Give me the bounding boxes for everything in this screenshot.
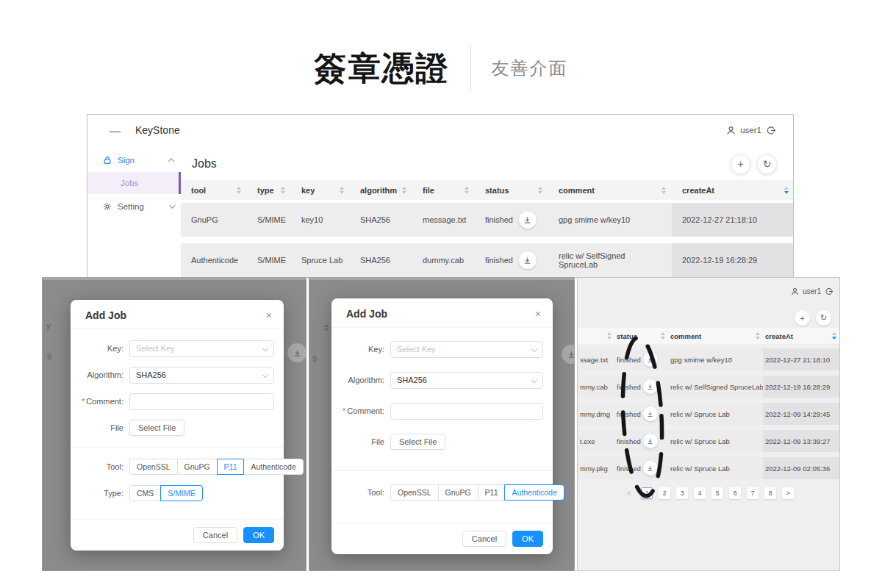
clipped-row-fragment: 9 [47, 352, 51, 361]
modal-footer: Cancel OK [331, 523, 553, 554]
tool-segmented-control: OpenSSL GnuPG P11 Authenticode [390, 484, 564, 501]
key-label: Key: [71, 344, 123, 353]
tool-option-openssl[interactable]: OpenSSL [390, 484, 439, 501]
jobs-content-header: Jobs + ↻ [181, 153, 794, 175]
key-select[interactable] [129, 340, 274, 357]
download-icon [523, 216, 531, 224]
user-area[interactable]: user1 [726, 126, 775, 135]
add-job-button[interactable]: + [795, 310, 810, 326]
sort-icon[interactable] [607, 332, 612, 340]
cell-file: message.txt [412, 203, 475, 237]
download-button[interactable] [643, 434, 658, 448]
pagination-next[interactable]: > [782, 487, 794, 499]
keystone-window: — KeyStone user1 Sign Jobs [87, 114, 794, 278]
sort-icon[interactable] [237, 187, 241, 194]
sort-icon[interactable] [662, 187, 666, 194]
key-select-input[interactable] [129, 340, 274, 357]
cancel-button[interactable]: Cancel [193, 527, 237, 543]
download-icon [647, 438, 653, 445]
tool-option-authenticode[interactable]: Authenticode [243, 459, 303, 475]
cell-key: key10 [291, 203, 350, 237]
comment-input-wrap[interactable] [129, 393, 274, 410]
logout-icon[interactable] [825, 287, 833, 295]
sort-icon[interactable] [538, 187, 542, 194]
app-name: KeyStone [135, 124, 180, 136]
algorithm-select-input[interactable] [129, 367, 274, 384]
key-field-row: Key: [71, 335, 284, 362]
tool-option-authenticode[interactable]: Authenticode [504, 484, 564, 501]
cell-file: dummy.cab [412, 243, 475, 277]
close-icon[interactable]: × [266, 310, 272, 320]
tool-option-openssl[interactable]: OpenSSL [129, 459, 178, 475]
sort-icon[interactable] [340, 187, 344, 194]
download-button[interactable] [643, 406, 658, 421]
download-icon [647, 384, 653, 390]
download-button[interactable] [643, 461, 658, 476]
divider [331, 470, 553, 471]
sort-icon[interactable] [661, 332, 665, 340]
add-job-button[interactable]: + [731, 154, 750, 174]
key-select[interactable] [390, 341, 543, 358]
sort-icon[interactable] [756, 332, 760, 340]
pagination-page-6[interactable]: 6 [729, 487, 741, 499]
cancel-button[interactable]: Cancel [462, 531, 506, 547]
pagination-page-5[interactable]: 5 [711, 487, 723, 499]
download-button[interactable] [519, 211, 537, 229]
pagination-page-4[interactable]: 4 [694, 487, 706, 499]
ok-button[interactable]: OK [243, 527, 274, 543]
sort-icon[interactable] [281, 187, 285, 194]
sort-icon[interactable] [402, 187, 406, 194]
comment-input[interactable] [129, 393, 274, 410]
comment-input[interactable] [390, 403, 543, 420]
user-area[interactable]: user1 [791, 287, 833, 295]
download-button[interactable] [643, 379, 658, 394]
pagination-prev[interactable]: < [623, 487, 635, 499]
refresh-button[interactable]: ↻ [757, 154, 777, 174]
close-icon[interactable]: × [535, 309, 541, 319]
pagination-page-1[interactable]: 1 [641, 487, 653, 499]
refresh-button[interactable]: ↻ [816, 310, 831, 326]
tool-option-p11[interactable]: P11 [217, 459, 245, 475]
clipped-column-fragment: y [46, 321, 51, 330]
algorithm-field-row: Algorithm: [71, 362, 284, 388]
cell-status: finished [614, 403, 668, 425]
pagination-page-3[interactable]: 3 [676, 487, 688, 499]
cell-status: finished [614, 430, 668, 452]
select-file-button[interactable]: Select File [129, 420, 184, 436]
tool-segmented-control: OpenSSL GnuPG P11 Authenticode [129, 459, 304, 475]
type-field-row: Type: CMS S/MIME [71, 480, 284, 506]
type-option-smime[interactable]: S/MIME [160, 485, 202, 501]
ok-button[interactable]: OK [512, 531, 543, 547]
logout-icon[interactable] [766, 126, 775, 135]
tool-option-gnupg[interactable]: GnuPG [177, 459, 218, 475]
cell-createAt: 2022-12-19 16:28:29 [672, 243, 794, 277]
download-button[interactable] [519, 251, 537, 269]
comment-input-wrap[interactable] [390, 403, 543, 420]
cell-comment: relic w/ SelfSigned SpruceLab [548, 243, 672, 277]
sort-icon[interactable] [465, 187, 469, 194]
sidebar-item-jobs[interactable]: Jobs [87, 172, 181, 194]
sidebar-item-sign[interactable]: Sign [87, 149, 181, 171]
algorithm-select[interactable] [390, 372, 543, 389]
pagination-page-7[interactable]: 7 [747, 487, 759, 499]
algorithm-select-input[interactable] [390, 372, 543, 389]
type-option-cms[interactable]: CMS [129, 485, 161, 501]
download-icon [647, 356, 653, 363]
col-status: status [475, 180, 548, 200]
cell-comment: gpg smime w/key10 [548, 203, 672, 237]
cell-createAt: 2022-12-19 16:28:29 [763, 376, 839, 398]
sort-icon-active[interactable] [832, 332, 836, 340]
pagination-page-8[interactable]: 8 [764, 487, 776, 499]
tool-option-p11[interactable]: P11 [478, 484, 506, 501]
required-asterisk: * [82, 397, 85, 406]
tool-field-row: Tool: OpenSSL GnuPG P11 Authenticode [331, 477, 553, 508]
sidebar-item-setting[interactable]: Setting [87, 196, 181, 217]
select-file-button[interactable]: Select File [390, 434, 445, 450]
sidebar-collapse-icon[interactable]: — [110, 124, 121, 137]
sort-icon-active[interactable] [784, 187, 789, 194]
tool-option-gnupg[interactable]: GnuPG [438, 484, 478, 501]
download-button[interactable] [643, 352, 658, 367]
pagination-page-2[interactable]: 2 [659, 487, 670, 499]
key-select-input[interactable] [390, 341, 543, 358]
algorithm-select[interactable] [129, 367, 274, 384]
